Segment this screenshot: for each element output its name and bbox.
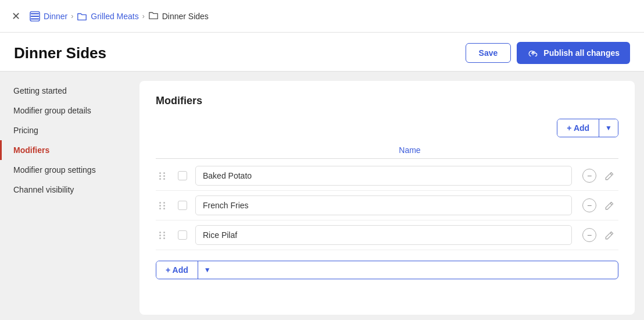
remove-button-0[interactable]: − (582, 169, 596, 183)
dot (163, 237, 165, 239)
drag-dots-2 (159, 232, 166, 239)
sidebar-item-pricing[interactable]: Pricing (0, 120, 139, 140)
modifier-row-1: − (156, 191, 618, 221)
modifier-input-0[interactable] (195, 166, 572, 186)
dot (163, 205, 165, 207)
remove-button-1[interactable]: − (582, 198, 596, 212)
sidebar-item-modifier-group-settings[interactable]: Modifier group settings (0, 160, 139, 180)
breadcrumb-dinner-label: Dinner (44, 12, 67, 21)
modifiers-table-header: Name (156, 142, 618, 159)
bottom-add-section: + Add ▼ (156, 261, 618, 279)
breadcrumb: Dinner › Grilled Meats › Dinner Sides (30, 10, 209, 22)
dot (159, 178, 161, 180)
row-actions-2: − (582, 226, 618, 244)
drag-handle-0[interactable] (156, 172, 170, 180)
drag-dots-0 (159, 172, 166, 180)
pencil-icon-2 (604, 230, 615, 240)
top-add-button[interactable]: + Add (557, 119, 599, 137)
sidebar-item-modifiers[interactable]: Modifiers (0, 140, 139, 160)
sidebar: Getting started Modifier group details P… (0, 72, 139, 320)
modifier-row-0: − (156, 161, 618, 191)
publish-label: Publish all changes (543, 48, 620, 58)
dot (159, 175, 161, 177)
drag-handle-2[interactable] (156, 232, 170, 239)
breadcrumb-grilled-meats[interactable]: Grilled Meats (77, 11, 138, 22)
edit-button-2[interactable] (601, 226, 618, 244)
modifier-row-2: − (156, 221, 618, 250)
sidebar-item-channel-visibility[interactable]: Channel visibility (0, 180, 139, 200)
breadcrumb-sep-1: › (71, 12, 73, 20)
pencil-icon-0 (604, 170, 615, 181)
publish-button[interactable]: Publish all changes (517, 42, 630, 64)
column-name-header: Name (201, 145, 572, 155)
dot (163, 172, 165, 174)
publish-cloud-icon (527, 47, 539, 59)
dot (163, 175, 165, 177)
pencil-icon-1 (604, 200, 615, 211)
dot (159, 172, 161, 174)
svg-rect-1 (31, 16, 39, 17)
top-add-btn-group: + Add ▼ (557, 119, 618, 137)
svg-rect-2 (31, 18, 39, 19)
top-add-dropdown-button[interactable]: ▼ (599, 119, 618, 137)
row-actions-1: − (582, 197, 618, 214)
sidebar-item-getting-started[interactable]: Getting started (0, 81, 139, 101)
page-title: Dinner Sides (14, 44, 106, 62)
dot (159, 208, 161, 209)
dot (163, 202, 165, 204)
edit-button-1[interactable] (601, 197, 618, 214)
dot (159, 232, 161, 233)
breadcrumb-sep-2: › (142, 12, 145, 20)
modifier-input-2[interactable] (195, 225, 572, 245)
breadcrumb-dinner-sides: Dinner Sides (148, 10, 209, 22)
dinner-menu-icon (30, 11, 40, 22)
modifiers-section-title: Modifiers (156, 95, 618, 107)
close-button[interactable]: ✕ (12, 10, 20, 23)
breadcrumb-dinner[interactable]: Dinner (30, 11, 67, 22)
dinner-sides-folder-icon (148, 10, 159, 22)
top-dropdown-chevron-icon: ▼ (605, 124, 612, 132)
page-header: Dinner Sides Save Publish all changes (0, 33, 644, 72)
row-actions-0: − (582, 167, 618, 184)
bottom-add-dropdown-button[interactable]: ▼ (198, 261, 217, 279)
drag-handle-1[interactable] (156, 202, 170, 209)
main-content: Getting started Modifier group details P… (0, 72, 644, 320)
row-checkbox-2[interactable] (178, 230, 187, 240)
row-checkbox-0[interactable] (178, 171, 187, 180)
dot (159, 237, 161, 239)
bottom-dropdown-chevron-icon: ▼ (204, 266, 211, 274)
dot (159, 205, 161, 207)
dot (159, 234, 161, 236)
modifier-input-1[interactable] (195, 195, 572, 215)
save-button[interactable]: Save (466, 43, 511, 63)
dot (163, 208, 165, 209)
bottom-add-button[interactable]: + Add (156, 261, 198, 279)
dot (163, 232, 165, 233)
content-panel: Modifiers + Add ▼ Name (139, 81, 635, 315)
drag-dots-1 (159, 202, 166, 209)
remove-button-2[interactable]: − (582, 228, 596, 242)
bottom-add-btn-group: + Add ▼ (156, 261, 618, 279)
edit-button-0[interactable] (601, 167, 618, 184)
header-actions: Save Publish all changes (466, 42, 630, 64)
grilled-meats-folder-icon (77, 11, 87, 22)
dot (159, 202, 161, 204)
sidebar-item-modifier-group-details[interactable]: Modifier group details (0, 101, 139, 120)
row-checkbox-1[interactable] (178, 201, 187, 210)
modifiers-header: + Add ▼ (156, 119, 618, 137)
dot (163, 234, 165, 236)
breadcrumb-dinner-sides-label: Dinner Sides (162, 12, 209, 21)
breadcrumb-grilled-meats-label: Grilled Meats (91, 12, 138, 21)
dot (163, 178, 165, 180)
svg-rect-0 (31, 13, 39, 14)
top-bar: ✕ Dinner › Grilled Meats › (0, 0, 644, 33)
